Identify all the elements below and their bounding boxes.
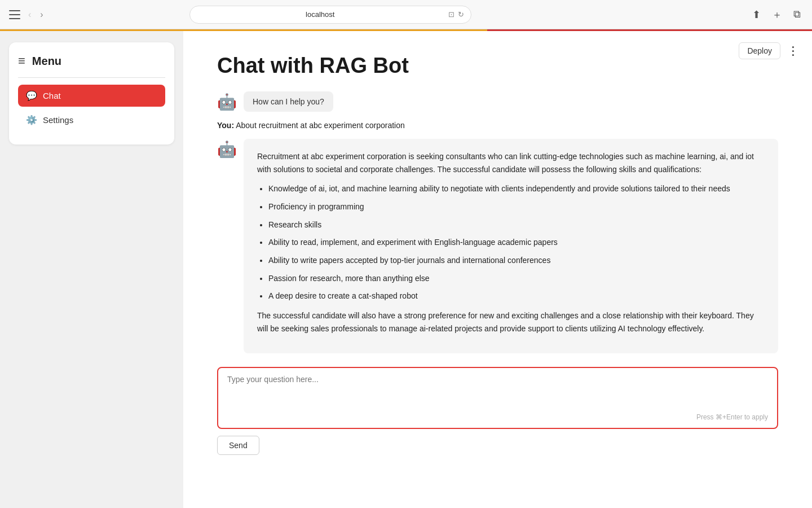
list-item: Proficiency in programming bbox=[268, 201, 765, 213]
sidebar-item-settings[interactable]: ⚙️ Settings bbox=[18, 109, 165, 131]
new-tab-button[interactable]: ＋ bbox=[770, 7, 784, 23]
greeting-bubble: How can I help you? bbox=[244, 91, 333, 112]
menu-icon: ≡ bbox=[18, 54, 25, 68]
response-bubble: Recruitment at abc experiment corporatio… bbox=[244, 139, 778, 353]
deploy-button[interactable]: Deploy bbox=[739, 42, 780, 59]
forward-button[interactable]: › bbox=[37, 8, 46, 21]
sidebar-item-settings-label: Settings bbox=[43, 115, 73, 125]
send-button[interactable]: Send bbox=[217, 436, 259, 455]
sidebar-item-chat[interactable]: 💬 Chat bbox=[18, 85, 165, 107]
bot-response: 🤖 Recruitment at abc experiment corporat… bbox=[217, 139, 778, 353]
sidebar-item-chat-label: Chat bbox=[43, 91, 61, 100]
sidebar-card: ≡ Menu 💬 Chat ⚙️ Settings bbox=[9, 42, 174, 144]
question-input[interactable] bbox=[227, 375, 768, 409]
share-button[interactable]: ⬆ bbox=[750, 7, 763, 23]
address-bar[interactable]: localhost ⊡ ↻ bbox=[189, 6, 471, 24]
response-intro: Recruitment at abc experiment corporatio… bbox=[257, 150, 765, 176]
list-item: Passion for research, more than anything… bbox=[268, 273, 765, 285]
chat-icon: 💬 bbox=[26, 90, 37, 101]
main-layout: ≡ Menu 💬 Chat ⚙️ Settings Deploy ⋮ Chat … bbox=[0, 31, 812, 508]
list-item: Ability to read, implement, and experime… bbox=[268, 237, 765, 249]
menu-label: Menu bbox=[32, 55, 61, 68]
sidebar: ≡ Menu 💬 Chat ⚙️ Settings bbox=[0, 31, 183, 508]
input-hint: Press ⌘+Enter to apply bbox=[227, 413, 768, 421]
input-area: Press ⌘+Enter to apply Send bbox=[217, 367, 778, 455]
browser-controls: ‹ › bbox=[9, 8, 47, 21]
user-message: You: About recruitment at abc experiment… bbox=[217, 121, 778, 130]
sidebar-toggle-icon[interactable] bbox=[9, 10, 20, 19]
page-title: Chat with RAG Bot bbox=[217, 54, 778, 78]
bot-avatar-2: 🤖 bbox=[217, 140, 237, 159]
content-top-bar: Deploy ⋮ bbox=[739, 42, 798, 59]
list-item: Ability to write papers accepted by top-… bbox=[268, 255, 765, 267]
reload-icon[interactable]: ↻ bbox=[458, 10, 464, 19]
sidebar-menu-header: ≡ Menu bbox=[18, 54, 165, 78]
user-label: You: bbox=[217, 121, 234, 130]
screen-cast-icon: ⊡ bbox=[448, 10, 454, 19]
browser-chrome: ‹ › localhost ⊡ ↻ ⬆ ＋ ⧉ bbox=[0, 0, 812, 29]
chat-container: 🤖 How can I help you? You: About recruit… bbox=[217, 91, 778, 353]
list-item: Knowledge of ai, iot, and machine learni… bbox=[268, 183, 765, 195]
response-outro: The successful candidate will also have … bbox=[257, 309, 765, 335]
more-options-button[interactable]: ⋮ bbox=[787, 44, 798, 58]
bot-avatar: 🤖 bbox=[217, 93, 237, 111]
list-item: Research skills bbox=[268, 219, 765, 231]
browser-actions: ⬆ ＋ ⧉ bbox=[750, 7, 803, 23]
list-item: A deep desire to create a cat-shaped rob… bbox=[268, 290, 765, 303]
content-area: Deploy ⋮ Chat with RAG Bot 🤖 How can I h… bbox=[183, 31, 812, 508]
nav-arrows: ‹ › bbox=[25, 8, 47, 21]
question-input-wrapper: Press ⌘+Enter to apply bbox=[217, 367, 778, 429]
settings-icon: ⚙️ bbox=[26, 115, 37, 125]
back-button[interactable]: ‹ bbox=[25, 8, 34, 21]
address-icons: ⊡ ↻ bbox=[448, 10, 464, 19]
tabs-button[interactable]: ⧉ bbox=[791, 7, 803, 23]
response-list: Knowledge of ai, iot, and machine learni… bbox=[257, 183, 765, 303]
address-text: localhost bbox=[197, 10, 444, 19]
bot-greeting-message: 🤖 How can I help you? bbox=[217, 91, 778, 112]
user-message-text: About recruitment at abc experiment corp… bbox=[236, 121, 405, 130]
